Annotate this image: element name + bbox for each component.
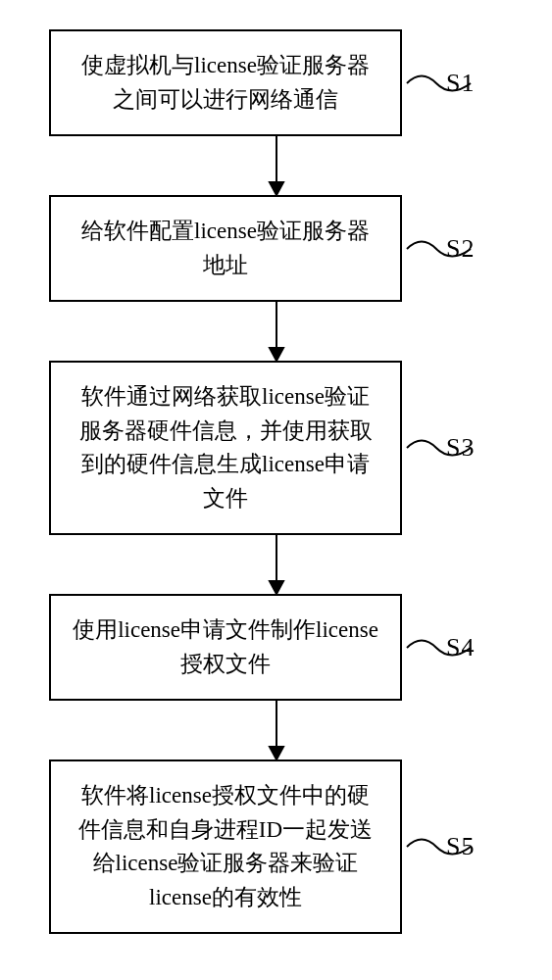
connector-squiggle-3 xyxy=(402,428,480,467)
step-box-2: 给软件配置license验证服务器地址 xyxy=(49,195,402,302)
step-text-3: 软件通过网络获取license验证服务器硬件信息，并使用获取到的硬件信息生成li… xyxy=(79,384,373,511)
step-box-3: 软件通过网络获取license验证服务器硬件信息，并使用获取到的硬件信息生成li… xyxy=(49,361,402,535)
connector-squiggle-2 xyxy=(402,229,480,269)
svg-marker-3 xyxy=(270,348,283,361)
svg-marker-7 xyxy=(270,747,283,760)
step-box-4: 使用license申请文件制作license授权文件 xyxy=(49,594,402,701)
arrow-2 xyxy=(90,302,463,361)
connector-squiggle-5 xyxy=(402,827,480,866)
connector-squiggle-4 xyxy=(402,628,480,667)
arrow-4 xyxy=(90,701,463,760)
step-text-1: 使虚拟机与license验证服务器之间可以进行网络通信 xyxy=(81,53,370,112)
flowchart: 使虚拟机与license验证服务器之间可以进行网络通信 S1 给软件配置lice… xyxy=(39,29,513,934)
svg-marker-1 xyxy=(270,182,283,195)
step-text-4: 使用license申请文件制作license授权文件 xyxy=(73,617,378,676)
step-row-1: 使虚拟机与license验证服务器之间可以进行网络通信 S1 xyxy=(39,29,513,136)
step-row-4: 使用license申请文件制作license授权文件 S4 xyxy=(39,594,513,701)
step-row-3: 软件通过网络获取license验证服务器硬件信息，并使用获取到的硬件信息生成li… xyxy=(39,361,513,535)
step-box-1: 使虚拟机与license验证服务器之间可以进行网络通信 xyxy=(49,29,402,136)
step-box-5: 软件将license授权文件中的硬件信息和自身进程ID一起发送给license验… xyxy=(49,760,402,934)
arrow-3 xyxy=(90,535,463,594)
step-text-2: 给软件配置license验证服务器地址 xyxy=(81,219,370,277)
arrow-1 xyxy=(90,136,463,195)
connector-squiggle-1 xyxy=(402,64,480,103)
step-text-5: 软件将license授权文件中的硬件信息和自身进程ID一起发送给license验… xyxy=(78,783,373,909)
step-row-2: 给软件配置license验证服务器地址 S2 xyxy=(39,195,513,302)
svg-marker-5 xyxy=(270,581,283,594)
step-row-5: 软件将license授权文件中的硬件信息和自身进程ID一起发送给license验… xyxy=(39,760,513,934)
